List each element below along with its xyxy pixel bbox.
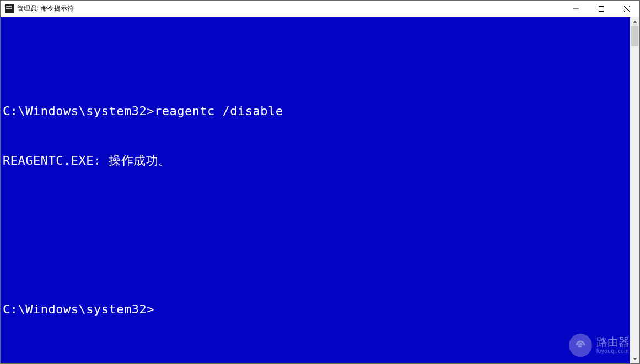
window-title: 管理员: 命令提示符 bbox=[17, 4, 74, 13]
scrollbar-track[interactable] bbox=[630, 26, 639, 354]
terminal-line: C:\Windows\system32>reagentc /disable bbox=[3, 103, 628, 119]
maximize-button[interactable] bbox=[589, 1, 614, 17]
chevron-down-icon bbox=[633, 357, 637, 361]
close-icon bbox=[624, 6, 630, 12]
scrollbar-down-button[interactable] bbox=[630, 354, 639, 363]
terminal-area[interactable]: C:\Windows\system32>reagentc /disable RE… bbox=[1, 17, 630, 363]
minimize-button[interactable] bbox=[563, 1, 589, 17]
terminal-line bbox=[3, 202, 628, 219]
window-frame: 管理员: 命令提示符 C:\Windows\system32>reagentc … bbox=[0, 0, 640, 364]
terminal-line bbox=[3, 252, 628, 268]
vertical-scrollbar[interactable] bbox=[630, 17, 639, 363]
maximize-icon bbox=[599, 6, 604, 12]
scrollbar-thumb[interactable] bbox=[631, 26, 638, 46]
scrollbar-up-button[interactable] bbox=[630, 17, 639, 26]
titlebar[interactable]: 管理员: 命令提示符 bbox=[1, 1, 639, 17]
terminal-line bbox=[3, 53, 628, 70]
chevron-up-icon bbox=[633, 20, 637, 24]
client-area: C:\Windows\system32>reagentc /disable RE… bbox=[1, 17, 639, 363]
output-text: REAGENTC.EXE: 操作成功。 bbox=[3, 154, 171, 167]
prompt-text: C:\Windows\system32> bbox=[3, 302, 154, 316]
terminal-line: REAGENTC.EXE: 操作成功。 bbox=[3, 153, 628, 169]
minimize-icon bbox=[573, 6, 579, 12]
prompt-text: C:\Windows\system32> bbox=[3, 104, 154, 118]
command-text: reagentc /disable bbox=[154, 104, 283, 118]
close-button[interactable] bbox=[614, 1, 639, 17]
cmd-icon bbox=[5, 4, 14, 13]
terminal-line: C:\Windows\system32> bbox=[3, 301, 628, 318]
svg-rect-0 bbox=[599, 6, 604, 11]
